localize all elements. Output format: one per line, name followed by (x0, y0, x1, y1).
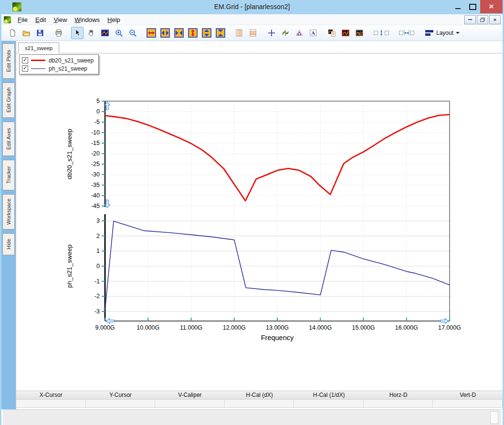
cursor-value-cell (294, 400, 364, 407)
zoom-in-button[interactable] (113, 27, 125, 39)
y-tick-label: -45 (91, 203, 100, 209)
sidebar-tab-edit-plots[interactable]: Edit Plots (2, 43, 15, 79)
single-trace-button[interactable] (339, 27, 352, 39)
fit-horizontal-button[interactable] (397, 27, 416, 39)
cursor-col-y-cursor: Y-Cursor (86, 391, 156, 399)
new-file-button[interactable] (6, 27, 19, 39)
minimize-button[interactable] (451, 0, 465, 13)
mdi-close-icon: × (494, 17, 496, 22)
close-icon: × (489, 2, 494, 11)
zoom-out-icon (128, 29, 137, 37)
spread-x-button[interactable] (159, 27, 171, 39)
y-tick-label: -5 (94, 119, 100, 125)
cursor-col-vert-d: Vert-D (433, 391, 503, 399)
close-button[interactable]: × (480, 0, 503, 13)
y-tick-label: -10 (91, 129, 100, 136)
legend-box: ✓db20_s21_sweep✓ph_s21_sweep (19, 54, 99, 74)
y-tick-label: -30 (91, 171, 100, 178)
y-tick-label: -2 (94, 293, 100, 300)
crosshair-button[interactable] (265, 27, 278, 39)
cursor-value-cell (433, 400, 503, 407)
layout-icon (425, 30, 434, 36)
sidebar-tab-edit-axes[interactable]: Edit Axes (2, 122, 15, 156)
axis-handle-left[interactable] (106, 319, 114, 324)
mdi-restore-button[interactable] (477, 15, 488, 24)
maximize-icon (469, 4, 476, 10)
tab-row: s21_sweep (16, 41, 503, 53)
x-tick-label: 12.000G (223, 324, 246, 331)
pan-hand-icon (87, 29, 95, 37)
tracker-button[interactable] (279, 27, 292, 39)
compress-y-icon (216, 28, 225, 38)
compress-x-button[interactable] (173, 27, 185, 39)
mdi-minimize-button[interactable] (464, 15, 476, 24)
zoom-in-icon (115, 29, 123, 37)
window-controls: × (451, 0, 503, 13)
fit-vertical-button[interactable] (372, 27, 391, 39)
sidebar-tab-edit-graph[interactable]: Edit Graph (2, 83, 15, 118)
select-cursor-button[interactable] (71, 27, 84, 39)
vertical-grid-icon (235, 29, 243, 37)
horizontal-grid-icon (249, 29, 257, 37)
text-label-button[interactable]: A (307, 27, 319, 39)
cursor-col-v-caliper: V-Caliper (155, 391, 225, 399)
multi-trace-button[interactable] (353, 27, 366, 39)
tab-s21-sweep[interactable]: s21_sweep (18, 42, 59, 53)
cursor-col-horz-d: Horz-D (364, 391, 433, 399)
menu-item-help[interactable]: Help (104, 15, 124, 24)
legend-entry: ✓db20_s21_sweep (22, 56, 94, 64)
minimize-icon (455, 8, 461, 9)
chart-canvas[interactable]: 50-5-10-15-20-25-30-35-40-453210-1-2-39.… (16, 41, 503, 390)
save-file-button[interactable] (34, 27, 46, 39)
compress-y-button[interactable] (214, 27, 227, 39)
legend-checkbox[interactable]: ✓ (22, 57, 28, 63)
legend-checkbox[interactable]: ✓ (22, 65, 28, 72)
main-area: Edit PlotsEdit GraphEdit AxesTrackerWork… (1, 41, 503, 409)
caliper-button[interactable] (293, 27, 305, 39)
x-tick-label: 13.000G (266, 324, 289, 331)
menu-item-edit[interactable]: Edit (32, 15, 50, 24)
spread-y-button[interactable] (200, 27, 213, 39)
legend-toggle-button[interactable] (326, 27, 338, 39)
y-tick-label: -40 (91, 192, 100, 199)
expand-y-button[interactable] (187, 27, 199, 39)
sidebar-tab-tracker[interactable]: Tracker (2, 160, 15, 190)
zoom-window-button[interactable] (99, 27, 111, 39)
zoom-window-icon (101, 29, 109, 37)
expand-y-icon (188, 28, 198, 38)
cursor-col-x-cursor: X-Cursor (16, 391, 86, 399)
legend-label: ph_s21_sweep (49, 65, 87, 72)
open-file-button[interactable] (20, 27, 32, 39)
menu-item-file[interactable]: File (14, 15, 32, 24)
print-icon (54, 29, 63, 37)
layout-menu-button[interactable]: Layout (422, 27, 462, 39)
y-tick-label: 5 (96, 98, 100, 104)
mdi-close-button[interactable]: × (489, 15, 501, 24)
caliper-icon (295, 29, 304, 37)
vertical-grid-button[interactable] (233, 27, 245, 39)
sidebar-tab-workspace[interactable]: Workspace (2, 194, 15, 229)
compress-x-icon (174, 28, 184, 38)
x-tick-label: 9.000G (95, 324, 115, 331)
titlebar[interactable]: EM.Grid - [planarlesson2] × (0, 0, 504, 14)
cursor-col-h-cal-dx-: H-Cal (dX) (225, 391, 294, 399)
cursor-value-cell (16, 400, 86, 407)
print-button[interactable] (52, 27, 65, 39)
x-tick-label: 15.000G (352, 324, 375, 331)
y-tick-label: 3 (96, 218, 100, 224)
crosshair-icon (267, 29, 276, 37)
zoom-out-button[interactable] (126, 27, 139, 39)
y-tick-label: 2 (96, 233, 100, 239)
horizontal-grid-button[interactable] (247, 27, 259, 39)
tracker-icon (281, 29, 290, 37)
menu-item-view[interactable]: View (50, 15, 71, 24)
expand-x-button[interactable] (145, 27, 158, 39)
chevron-down-icon (456, 32, 460, 34)
maximize-button[interactable] (465, 0, 480, 13)
pan-hand-button[interactable] (85, 27, 97, 39)
axis-handle-right[interactable] (441, 319, 448, 324)
sidebar-tab-hide[interactable]: Hide (2, 233, 15, 255)
menu-item-windows[interactable]: Windows (71, 15, 104, 24)
legend-entry: ✓ph_s21_sweep (22, 64, 94, 73)
text-label-icon: A (309, 29, 317, 37)
